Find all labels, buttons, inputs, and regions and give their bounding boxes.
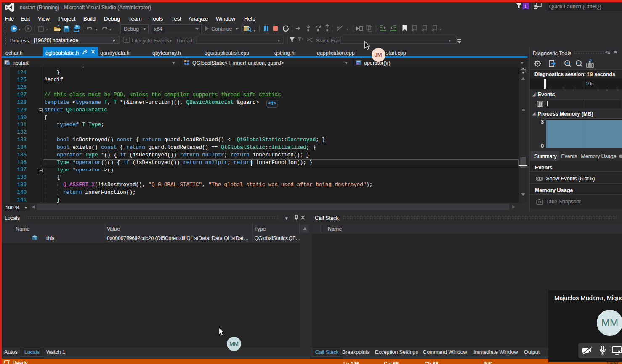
svg-text:?: ? bbox=[589, 59, 592, 63]
svg-text:#: # bbox=[337, 25, 340, 31]
